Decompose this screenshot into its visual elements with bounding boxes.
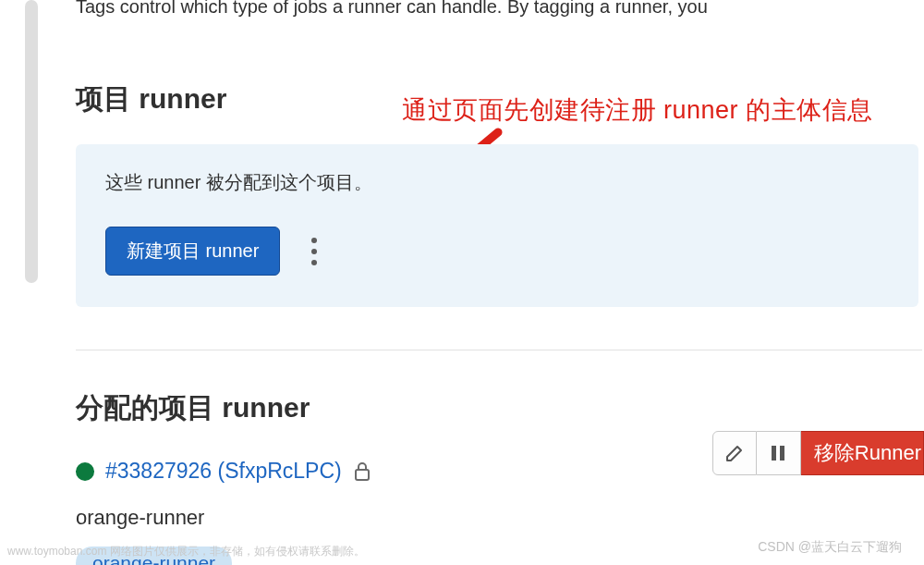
svg-rect-3 bbox=[772, 446, 776, 461]
pause-runner-button[interactable] bbox=[757, 431, 801, 475]
section-divider bbox=[76, 350, 922, 350]
remove-runner-button[interactable]: 移除Runner bbox=[801, 431, 924, 475]
panel-actions: 新建项目 runner bbox=[105, 227, 889, 276]
lock-icon bbox=[353, 461, 371, 482]
pause-icon bbox=[770, 444, 786, 462]
main-content: Tags control which type of jobs a runner… bbox=[76, 0, 924, 565]
panel-description: 这些 runner 被分配到这个项目。 bbox=[105, 170, 889, 195]
kebab-menu-icon[interactable] bbox=[306, 232, 322, 271]
annotation-text: 通过页面先创建待注册 runner 的主体信息 bbox=[402, 93, 873, 127]
assigned-runner-heading: 分配的项目 runner bbox=[76, 389, 924, 427]
scrollbar-thumb[interactable] bbox=[25, 0, 38, 283]
svg-rect-2 bbox=[356, 470, 369, 480]
runner-id-link[interactable]: #33827926 (SfxpRcLPC) bbox=[105, 459, 342, 484]
create-project-runner-button[interactable]: 新建项目 runner bbox=[105, 227, 280, 276]
runner-name-text: orange-runner bbox=[76, 506, 924, 530]
status-online-icon bbox=[76, 462, 94, 481]
watermark-right: CSDN @蓝天白云下遛狗 bbox=[758, 539, 902, 556]
edit-runner-button[interactable] bbox=[712, 431, 757, 475]
svg-rect-4 bbox=[780, 446, 784, 461]
runner-actions-group: 移除Runner bbox=[712, 431, 924, 475]
project-runner-panel: 这些 runner 被分配到这个项目。 新建项目 runner bbox=[76, 144, 918, 307]
intro-text: Tags control which type of jobs a runner… bbox=[76, 0, 924, 18]
pencil-icon bbox=[724, 443, 745, 463]
watermark-left: www.toymoban.com 网络图片仅供展示，非存储，如有侵权请联系删除。 bbox=[7, 544, 365, 559]
